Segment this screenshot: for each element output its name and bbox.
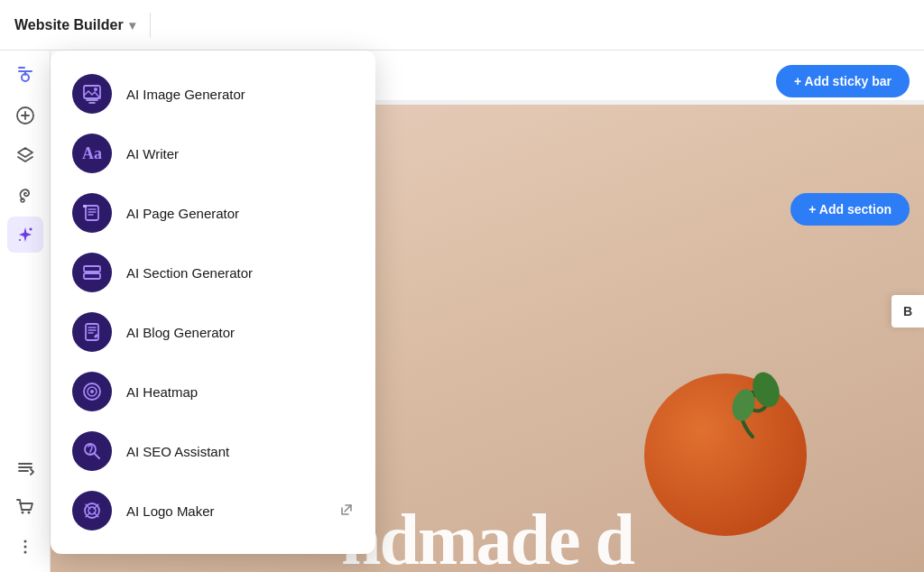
add-sticky-bar-label: + Add sticky bar [794,74,892,88]
ai-seo-label: AI SEO Assistant [126,444,354,459]
svg-point-9 [23,551,26,554]
ai-writer-label: AI Writer [126,146,354,161]
svg-point-5 [21,512,23,514]
ai-blog-label: AI Blog Generator [126,325,354,340]
dropdown-item-ai-heatmap[interactable]: AI Heatmap [58,363,368,420]
sidebar-icon-layers[interactable] [7,137,43,173]
layers-icon [15,145,35,165]
svg-point-11 [94,88,97,91]
svg-point-19 [90,390,94,393]
top-bar: Website Builder ▾ [0,0,924,51]
sidebar-icon-list[interactable] [7,449,43,485]
dropdown-item-ai-section[interactable]: AI Section Generator [58,244,368,301]
dropdown-item-ai-page[interactable]: AI Page Generator [58,184,368,242]
ai-seo-icon [72,431,112,471]
svg-rect-15 [84,273,100,279]
ai-section-icon [72,253,112,292]
svg-point-3 [29,228,32,231]
paint-icon [15,185,35,205]
svg-rect-16 [86,324,98,340]
ai-writer-icon: Aa [72,134,112,173]
sidebar-icon-cart[interactable] [7,489,43,525]
sidebar-icon-ai[interactable] [7,217,43,253]
sidebar-icon-dashboard[interactable] [7,58,43,94]
svg-point-8 [23,546,26,549]
ai-heatmap-icon [72,372,112,411]
external-link-icon [339,503,354,520]
sidebar-icon-more[interactable] [7,529,43,565]
add-section-button[interactable]: + Add section [790,193,910,226]
svg-point-2 [21,198,24,202]
ai-section-label: AI Section Generator [126,265,354,281]
top-bar-divider [150,13,151,38]
ai-dropdown-panel: AI Image Generator Aa AI Writer AI Page … [51,51,375,554]
plant-right [716,355,789,446]
dropdown-item-ai-writer[interactable]: Aa AI Writer [58,125,368,182]
cart-icon [15,497,35,517]
ai-page-icon [72,193,112,233]
svg-rect-14 [84,266,100,272]
svg-rect-12 [86,206,98,220]
svg-rect-13 [83,205,87,208]
dashboard-icon [15,66,35,86]
svg-point-21 [89,453,91,455]
app-title[interactable]: Website Builder ▾ [14,17,135,33]
dropdown-item-ai-image[interactable]: AI Image Generator [58,65,368,123]
ai-page-label: AI Page Generator [126,206,354,221]
sidebar-icon-add[interactable] [7,97,43,134]
dropdown-item-ai-seo[interactable]: AI SEO Assistant [58,422,368,480]
list-icon [15,457,35,477]
add-section-label: + Add section [808,202,892,217]
ai-blog-icon [72,312,112,352]
title-chevron: ▾ [129,18,135,32]
sidebar [0,51,51,572]
svg-point-6 [27,512,30,514]
more-icon [15,537,35,557]
add-sticky-bar-button[interactable]: + Add sticky bar [776,65,910,97]
svg-point-4 [19,239,21,241]
ai-image-label: AI Image Generator [126,87,354,102]
app-title-text: Website Builder [14,17,124,33]
svg-point-7 [23,540,26,543]
ai-sparkle-icon [15,225,35,244]
ai-image-icon [72,74,112,114]
dropdown-item-ai-logo[interactable]: AI Logo Maker [58,482,368,540]
sidebar-icon-paint[interactable] [7,177,43,213]
add-icon [15,106,35,125]
ai-logo-label: AI Logo Maker [126,503,325,519]
ai-logo-icon [72,491,112,530]
main-layout: AI Image Generator Aa AI Writer AI Page … [0,51,924,572]
b-button[interactable]: B [892,295,924,328]
dropdown-item-ai-blog[interactable]: AI Blog Generator [58,303,368,361]
ai-heatmap-label: AI Heatmap [126,384,354,400]
